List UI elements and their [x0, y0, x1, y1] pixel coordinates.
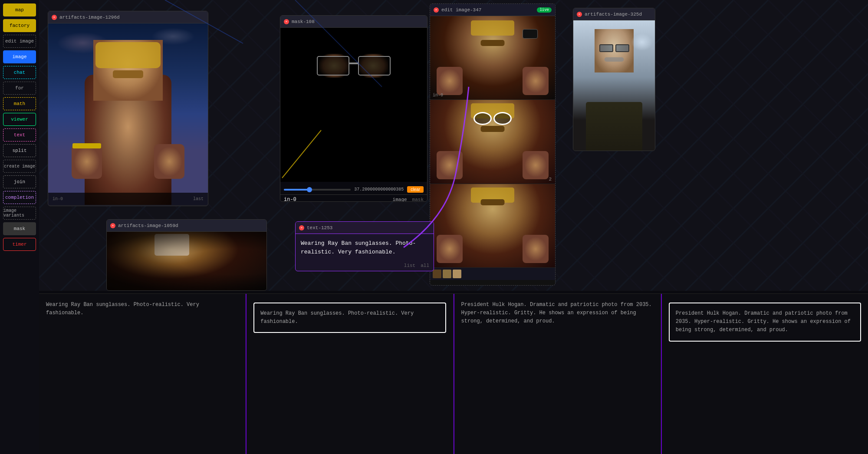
- panel-text1253: × text-1253 Wearing Ray Ban sunglasses. …: [295, 221, 434, 271]
- mask-slider-container: 37.2000000000000385 clear in-0 image mas…: [280, 182, 427, 202]
- text1253-content: Wearing Ray Ban sunglasses. Photo-realis…: [296, 234, 434, 261]
- sidebar-item-for[interactable]: for: [3, 82, 36, 95]
- panel-header-1296d: × artifacts-image-1296d: [48, 11, 208, 23]
- sidebar: map factory edit image image chat for ma…: [0, 0, 39, 454]
- sidebar-label-mask: mask: [14, 226, 25, 231]
- panel-title-325d: artifacts-image-325d: [585, 12, 642, 17]
- sidebar-item-math[interactable]: math: [3, 97, 36, 110]
- sidebar-item-mask[interactable]: mask: [3, 222, 36, 235]
- edit347-image-3: [430, 184, 555, 268]
- close-button-1296d[interactable]: ×: [52, 15, 57, 20]
- bottom-cell-4: President Hulk Hogan. Dramatic and patri…: [662, 294, 868, 454]
- sidebar-label-text: text: [14, 132, 25, 138]
- bottom-text-3: President Hulk Hogan. Dramatic and patri…: [461, 302, 652, 324]
- mask-footer-tabs: image mask: [393, 197, 424, 202]
- edit347-body: in-0 2: [430, 16, 555, 268]
- panel-header-mask108: × mask-108: [280, 16, 427, 28]
- sidebar-label-chat: chat: [14, 70, 25, 75]
- panel-body-1296d: in-0 last: [48, 23, 208, 205]
- panel-header-1059d: × artifacts-image-1059d: [107, 220, 266, 232]
- footer-tab-in1[interactable]: in-1: [453, 285, 470, 286]
- panel-title-mask108: mask-108: [292, 19, 315, 24]
- bottom-text-4: President Hulk Hogan. Dramatic and patri…: [676, 310, 851, 333]
- sidebar-label-edit-image: edit image: [5, 39, 34, 44]
- slider-value: 37.2000000000000385: [354, 187, 404, 192]
- tab-all[interactable]: all: [421, 263, 429, 268]
- sidebar-item-factory[interactable]: factory: [3, 19, 36, 32]
- slider-track[interactable]: [284, 189, 351, 191]
- sidebar-item-split[interactable]: split: [3, 144, 36, 157]
- sidebar-label-create-image: create image: [4, 164, 35, 169]
- clear-button[interactable]: clear: [407, 186, 424, 193]
- panel-footer-right-1296d: last: [193, 197, 204, 201]
- panel-header-edit347: × edit image-347 live: [430, 4, 555, 16]
- sidebar-item-text[interactable]: text: [3, 128, 36, 141]
- mask-footer-left: in-0: [284, 197, 296, 202]
- edit347-image-1: in-0: [430, 16, 555, 100]
- footer-tab-in0[interactable]: in-0: [434, 285, 451, 286]
- bottom-cell-3: President Hulk Hogan. Dramatic and patri…: [454, 294, 661, 454]
- close-button-edit347[interactable]: ×: [434, 7, 439, 13]
- text1253-footer: list all: [296, 261, 434, 270]
- sidebar-item-join[interactable]: join: [3, 175, 36, 188]
- sidebar-label-math: math: [14, 101, 25, 106]
- sidebar-label-completion: completion: [5, 195, 34, 200]
- mask-tab-image[interactable]: image: [393, 197, 407, 202]
- close-button-1059d[interactable]: ×: [110, 223, 115, 228]
- sidebar-item-map[interactable]: map: [3, 3, 36, 16]
- sidebar-item-image-variants[interactable]: image variants: [3, 207, 36, 220]
- panel-footer-1296d: in-0 last: [48, 193, 208, 205]
- color-swatch-3[interactable]: [453, 270, 461, 278]
- panel-body-1059d: [107, 232, 266, 291]
- color-swatch-1[interactable]: [433, 270, 441, 278]
- bottom-cell-1: Wearing Ray Ban sunglasses. Photo-realis…: [39, 294, 246, 454]
- panel-header-325d: × artifacts-image-325d: [573, 8, 655, 20]
- close-button-text1253[interactable]: ×: [299, 225, 304, 230]
- close-button-325d[interactable]: ×: [577, 12, 582, 17]
- panel-title-1059d: artifacts-image-1059d: [118, 223, 178, 228]
- mask-footer: in-0 image mask: [280, 194, 427, 202]
- live-badge: live: [537, 7, 552, 13]
- sidebar-label-factory: factory: [10, 23, 30, 28]
- bottom-highlighted-box-2: President Hulk Hogan. Dramatic and patri…: [669, 303, 861, 342]
- panel-artifacts-1059d: × artifacts-image-1059d: [106, 219, 267, 291]
- main-canvas: × artifacts-image-1296d: [39, 0, 868, 291]
- bottom-highlighted-box-1: Wearing Ray Ban sunglasses. Photo-realis…: [253, 303, 446, 333]
- bottom-text-2: Wearing Ray Ban sunglasses. Photo-realis…: [260, 310, 414, 325]
- panel-header-text1253: × text-1253: [296, 222, 434, 234]
- sidebar-item-create-image[interactable]: create image: [3, 160, 36, 173]
- panel-body-mask108: [280, 28, 427, 182]
- bottom-text-1: Wearing Ray Ban sunglasses. Photo-realis…: [46, 302, 199, 316]
- sidebar-label-map: map: [15, 7, 24, 13]
- panel-mask108: × mask-108: [280, 15, 427, 202]
- panel-title-edit347: edit image-347: [441, 7, 481, 13]
- edit347-image-2: 2: [430, 100, 555, 184]
- footer-tab-in2[interactable]: in-2: [472, 285, 489, 286]
- edit347-img2-number: 2: [549, 177, 552, 182]
- panel-title-1296d: artifacts-image-1296d: [59, 15, 120, 20]
- sidebar-item-edit-image[interactable]: edit image: [3, 35, 36, 48]
- panel-title-text1253: text-1253: [307, 225, 332, 230]
- slider-thumb[interactable]: [307, 187, 312, 192]
- sidebar-item-timer[interactable]: timer: [3, 238, 36, 251]
- bottom-strip: Wearing Ray Ban sunglasses. Photo-realis…: [39, 293, 868, 454]
- sidebar-label-image-variants: image variants: [3, 208, 36, 218]
- close-button-mask108[interactable]: ×: [284, 19, 289, 24]
- sidebar-label-join: join: [14, 179, 25, 184]
- sidebar-item-image[interactable]: image: [3, 50, 36, 63]
- sidebar-item-chat[interactable]: chat: [3, 66, 36, 79]
- sidebar-item-completion[interactable]: completion: [3, 191, 36, 204]
- mask-tab-mask[interactable]: mask: [412, 197, 424, 202]
- tab-list[interactable]: list: [404, 263, 415, 268]
- sidebar-label-for: for: [15, 86, 24, 91]
- footer-tab-last[interactable]: last: [491, 285, 508, 286]
- color-swatch-2[interactable]: [443, 270, 451, 278]
- panel-footer-left-1296d: in-0: [53, 197, 63, 201]
- panel-body-325d: ← 1: [573, 20, 655, 151]
- sidebar-item-viewer[interactable]: viewer: [3, 113, 36, 126]
- hogan-image-main: [48, 23, 208, 205]
- sidebar-label-split: split: [12, 148, 26, 153]
- panel-artifacts-325d: × artifacts-image-325d: [573, 8, 655, 151]
- img-index-0: in-0: [433, 93, 443, 98]
- edit347-footer: in-0 in-1 in-2 last: [430, 280, 555, 286]
